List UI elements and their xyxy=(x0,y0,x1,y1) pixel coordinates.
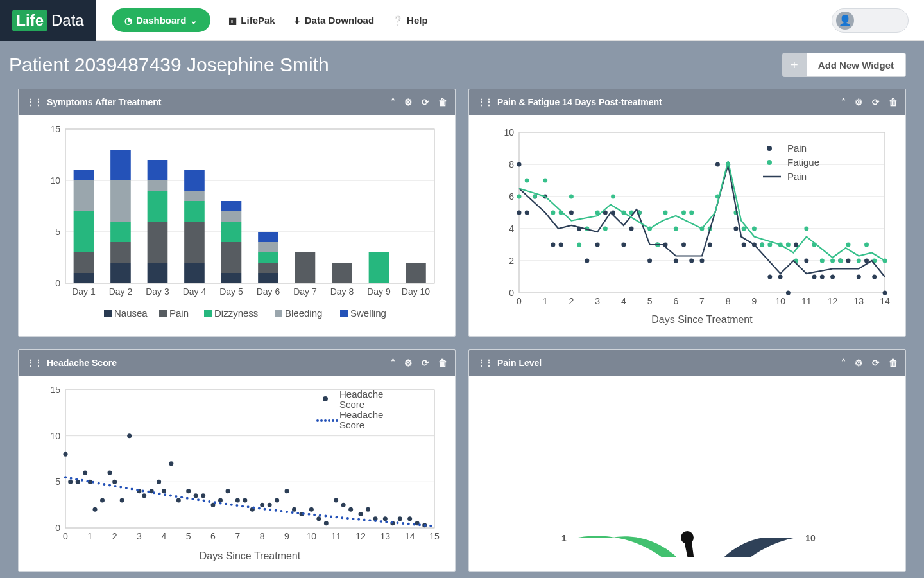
svg-text:5: 5 xyxy=(55,477,60,487)
refresh-icon[interactable]: ⟳ xyxy=(422,358,429,368)
svg-rect-40 xyxy=(258,263,278,273)
svg-text:15: 15 xyxy=(429,531,440,541)
svg-point-300 xyxy=(291,511,294,514)
svg-text:6: 6 xyxy=(210,531,216,541)
trash-icon[interactable]: 🗑 xyxy=(438,358,447,368)
svg-point-239 xyxy=(268,503,272,507)
svg-point-112 xyxy=(681,243,686,247)
widget-body: 12345678910 xyxy=(469,376,905,562)
svg-rect-34 xyxy=(221,242,242,273)
svg-point-155 xyxy=(681,211,686,215)
svg-point-167 xyxy=(786,243,791,247)
refresh-icon[interactable]: ⟳ xyxy=(872,97,880,107)
svg-point-94 xyxy=(525,211,529,215)
svg-point-142 xyxy=(569,195,574,199)
top-nav: Life Data ◔ Dashboard ⌄ ▦ LifePak ⬇ Data… xyxy=(0,0,924,41)
svg-text:Day 2: Day 2 xyxy=(109,286,133,297)
svg-point-317 xyxy=(385,521,388,523)
svg-point-173 xyxy=(838,259,843,263)
svg-point-240 xyxy=(275,498,279,503)
svg-point-123 xyxy=(778,275,783,279)
svg-point-294 xyxy=(258,507,261,510)
svg-text:Days Since Treatment: Days Since Treatment xyxy=(651,314,753,325)
svg-text:Nausea: Nausea xyxy=(114,308,148,319)
svg-point-211 xyxy=(64,452,68,457)
nav-download[interactable]: ⬇ Data Download xyxy=(293,15,374,26)
trash-icon[interactable]: 🗑 xyxy=(438,97,447,107)
svg-point-280 xyxy=(180,496,183,498)
gear-icon[interactable]: ⚙ xyxy=(404,97,413,107)
pain-fatigue-chart: 024681001234567891011121314Days Since Tr… xyxy=(481,123,891,328)
svg-rect-49 xyxy=(369,252,389,283)
svg-point-307 xyxy=(330,515,332,518)
svg-text:0: 0 xyxy=(63,531,68,541)
svg-point-249 xyxy=(348,507,353,512)
svg-point-115 xyxy=(708,243,712,247)
nav-lifepak[interactable]: ▦ LifePak xyxy=(228,15,275,26)
svg-point-212 xyxy=(68,480,73,484)
trash-icon[interactable]: 🗑 xyxy=(889,358,898,368)
svg-rect-15 xyxy=(110,263,131,283)
dashboard-label: Dashboard xyxy=(136,15,186,26)
svg-text:Pain: Pain xyxy=(787,171,807,182)
svg-point-286 xyxy=(214,501,216,504)
svg-text:13: 13 xyxy=(853,296,864,306)
dashboard-button[interactable]: ◔ Dashboard ⌄ xyxy=(112,8,210,32)
drag-handle-icon[interactable]: ⋮⋮ xyxy=(477,97,492,107)
widget-pain-level: ⋮⋮ Pain Level ˄ ⚙ ⟳ 🗑 12345678910 xyxy=(468,349,906,572)
collapse-icon[interactable]: ˄ xyxy=(841,97,846,107)
drag-handle-icon[interactable]: ⋮⋮ xyxy=(26,97,42,107)
svg-text:Day 4: Day 4 xyxy=(183,286,207,297)
svg-point-229 xyxy=(186,489,191,493)
svg-point-116 xyxy=(715,162,720,167)
svg-rect-51 xyxy=(406,263,426,283)
svg-text:Day 9: Day 9 xyxy=(367,286,391,297)
svg-point-259 xyxy=(64,476,67,478)
svg-point-221 xyxy=(127,434,132,438)
gear-icon[interactable]: ⚙ xyxy=(855,358,863,368)
svg-text:5: 5 xyxy=(186,531,191,541)
svg-text:1: 1 xyxy=(543,296,548,306)
svg-text:8: 8 xyxy=(509,159,514,170)
nav-help[interactable]: ❔ Help xyxy=(392,15,428,26)
svg-point-282 xyxy=(191,498,194,500)
svg-text:9: 9 xyxy=(284,531,289,541)
svg-point-292 xyxy=(247,505,250,508)
widget-title: Pain & Fatigue 14 Days Post-treatment xyxy=(497,97,662,107)
svg-point-284 xyxy=(203,500,205,502)
svg-rect-11 xyxy=(74,211,94,252)
collapse-icon[interactable]: ˄ xyxy=(391,358,395,368)
svg-point-176 xyxy=(864,243,869,247)
svg-point-293 xyxy=(252,507,255,509)
gauge-icon: ◔ xyxy=(124,15,132,26)
user-menu[interactable]: 👤 xyxy=(832,8,909,33)
svg-rect-27 xyxy=(184,263,205,283)
svg-rect-55 xyxy=(159,310,167,317)
svg-text:6: 6 xyxy=(673,296,678,306)
download-icon: ⬇ xyxy=(293,15,301,26)
svg-point-242 xyxy=(292,507,296,512)
gear-icon[interactable]: ⚙ xyxy=(404,358,413,368)
svg-point-134 xyxy=(872,275,877,279)
drag-handle-icon[interactable]: ⋮⋮ xyxy=(26,358,42,368)
svg-point-290 xyxy=(235,504,238,507)
svg-point-231 xyxy=(201,493,205,498)
add-widget-button[interactable]: + Add New Widget xyxy=(782,53,906,77)
svg-point-248 xyxy=(341,503,346,507)
trash-icon[interactable]: 🗑 xyxy=(889,97,898,107)
svg-rect-19 xyxy=(110,150,131,180)
gear-icon[interactable]: ⚙ xyxy=(855,97,863,107)
refresh-icon[interactable]: ⟳ xyxy=(422,97,429,107)
refresh-icon[interactable]: ⟳ xyxy=(872,358,880,368)
collapse-icon[interactable]: ˄ xyxy=(391,97,395,107)
svg-point-251 xyxy=(366,507,370,512)
svg-point-126 xyxy=(804,259,809,263)
svg-point-313 xyxy=(363,519,366,521)
svg-text:Headache: Headache xyxy=(339,409,383,420)
svg-rect-9 xyxy=(74,273,94,283)
drag-handle-icon[interactable]: ⋮⋮ xyxy=(477,358,492,368)
svg-point-217 xyxy=(100,498,105,503)
collapse-icon[interactable]: ˄ xyxy=(841,358,846,368)
svg-text:9: 9 xyxy=(752,296,757,306)
svg-point-124 xyxy=(786,291,791,295)
